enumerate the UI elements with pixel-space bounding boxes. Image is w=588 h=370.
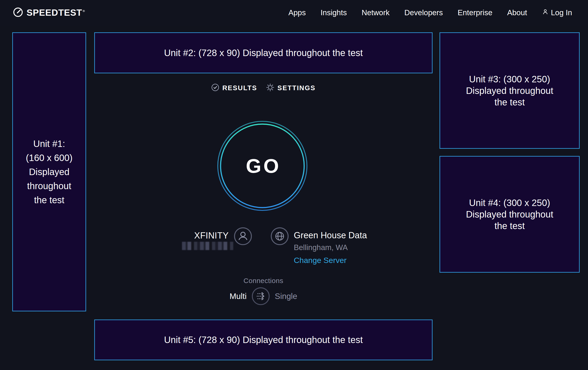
ad-unit-4-text: Unit #4: (300 x 250) Displayed throughou… — [466, 197, 553, 232]
user-icon — [542, 8, 549, 17]
login-button[interactable]: Log In — [542, 8, 572, 17]
isp-user-icon[interactable] — [234, 227, 252, 245]
connections-toggle-row: Multi Single — [94, 287, 432, 305]
ad-unit-4[interactable]: Unit #4: (300 x 250) Displayed throughou… — [440, 156, 580, 273]
ad-unit-1-text: Unit #1: (160 x 600) Displayed throughou… — [26, 137, 73, 207]
go-button-label: GO — [217, 121, 308, 211]
nav-item-developers[interactable]: Developers — [404, 8, 443, 17]
server-location: Bellingham, WA — [294, 243, 367, 252]
nav-menu: Apps Insights Network Developers Enterpr… — [288, 8, 572, 17]
ad-unit-5[interactable]: Unit #5: (728 x 90) Displayed throughout… — [94, 320, 432, 360]
connections-toggle-icon[interactable] — [252, 287, 270, 305]
nav-item-insights[interactable]: Insights — [321, 8, 347, 17]
tab-settings[interactable]: SETTINGS — [266, 83, 315, 92]
tab-settings-label: SETTINGS — [277, 84, 315, 92]
speedometer-icon — [13, 7, 23, 19]
ad-unit-2-text: Unit #2: (728 x 90) Displayed throughout… — [164, 48, 363, 58]
nav-item-enterprise[interactable]: Enterprise — [458, 8, 492, 17]
go-button[interactable]: GO — [217, 121, 308, 211]
check-circle-icon — [211, 83, 219, 92]
ad-unit-2[interactable]: Unit #2: (728 x 90) Displayed throughout… — [94, 32, 432, 73]
server-name: Green House Data — [294, 230, 367, 240]
top-nav-bar: SPEEDTEST® Apps Insights Network Develop… — [0, 0, 588, 25]
change-server-link[interactable]: Change Server — [294, 256, 367, 265]
gear-icon — [266, 83, 274, 92]
connections-multi-option[interactable]: Multi — [230, 291, 247, 301]
ad-unit-5-text: Unit #5: (728 x 90) Displayed throughout… — [164, 335, 363, 345]
speedtest-logo[interactable]: SPEEDTEST® — [13, 7, 84, 19]
nav-item-about[interactable]: About — [507, 8, 527, 17]
isp-name: XFINITY — [162, 231, 229, 240]
nav-item-apps[interactable]: Apps — [288, 8, 306, 17]
server-info: Green House Data Bellingham, WA Change S… — [294, 230, 367, 265]
ad-unit-3[interactable]: Unit #3: (300 x 250) Displayed throughou… — [440, 32, 580, 149]
tab-results[interactable]: RESULTS — [211, 83, 257, 92]
ip-address-redacted — [182, 242, 233, 250]
ad-unit-3-text: Unit #3: (300 x 250) Displayed throughou… — [466, 73, 553, 108]
trademark-mark: ® — [83, 9, 85, 13]
login-label: Log In — [551, 8, 572, 17]
connections-label: Connections — [94, 277, 432, 285]
ad-unit-1[interactable]: Unit #1: (160 x 600) Displayed throughou… — [12, 32, 86, 311]
tab-results-label: RESULTS — [222, 84, 257, 92]
speedtest-page: SPEEDTEST® Apps Insights Network Develop… — [0, 0, 588, 370]
nav-item-network[interactable]: Network — [362, 8, 390, 17]
brand-wordmark: SPEEDTEST® — [27, 8, 84, 18]
view-tabs: RESULTS SETTING — [94, 83, 432, 92]
connections-single-option[interactable]: Single — [275, 291, 297, 301]
server-globe-icon[interactable] — [271, 227, 289, 245]
